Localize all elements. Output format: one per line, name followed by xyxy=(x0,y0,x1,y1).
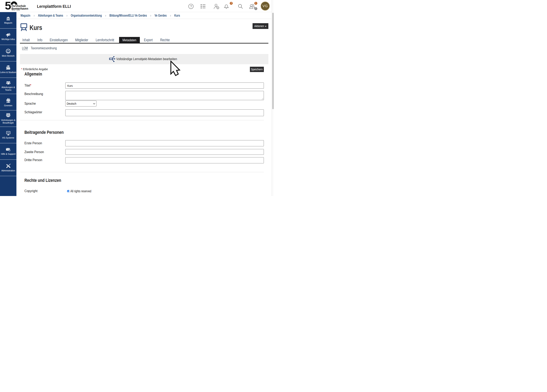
svg-text:1975 – 2025: 1975 – 2025 xyxy=(12,9,20,11)
svg-text:5: 5 xyxy=(5,1,11,11)
svg-text:?: ? xyxy=(190,5,192,8)
svg-text:?: ? xyxy=(9,149,10,151)
